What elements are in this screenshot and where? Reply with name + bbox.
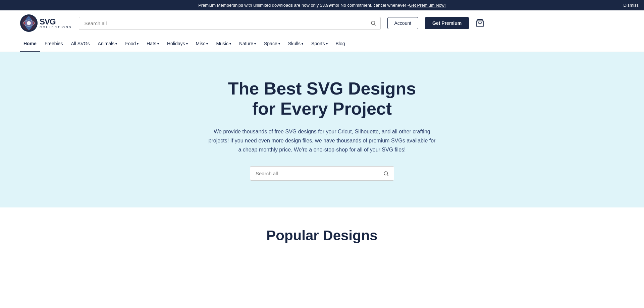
nav-item-hats[interactable]: Hats▾	[143, 36, 162, 52]
header-search-button[interactable]	[366, 17, 381, 30]
nav-item-freebies[interactable]: Freebies	[41, 36, 66, 52]
chevron-down-icon: ▾	[115, 42, 117, 46]
chevron-down-icon: ▾	[278, 42, 280, 46]
chevron-down-icon: ▾	[254, 42, 256, 46]
hero-search-input[interactable]	[250, 167, 378, 180]
chevron-down-icon: ▾	[302, 42, 303, 46]
nav-item-space[interactable]: Space▾	[261, 36, 283, 52]
popular-designs-heading: Popular Designs	[20, 228, 624, 244]
logo-collections-label: COLLECTIONS	[40, 26, 72, 29]
chevron-down-icon: ▾	[157, 42, 159, 46]
nav-item-food[interactable]: Food▾	[122, 36, 142, 52]
chevron-down-icon: ▾	[137, 42, 139, 46]
popular-designs-section: Popular Designs	[0, 207, 644, 250]
announcement-link[interactable]: Get Premium Now!	[409, 3, 446, 8]
svg-point-3	[371, 21, 375, 25]
hero-section: The Best SVG Designs for Every Project W…	[0, 52, 644, 207]
header: SVG COLLECTIONS Account Get Premium	[0, 10, 644, 36]
hero-search-wrapper	[250, 166, 394, 181]
cart-button[interactable]	[476, 19, 484, 27]
nav-item-blog[interactable]: Blog	[332, 36, 348, 52]
chevron-down-icon: ▾	[326, 42, 328, 46]
get-premium-button[interactable]: Get Premium	[425, 17, 469, 29]
nav-item-home[interactable]: Home	[20, 36, 40, 52]
svg-point-6	[384, 172, 388, 175]
cart-icon	[476, 19, 484, 27]
hero-search-button[interactable]	[378, 167, 394, 180]
account-button[interactable]: Account	[387, 17, 419, 29]
logo-text: SVG COLLECTIONS	[40, 18, 72, 29]
header-search-icon	[370, 20, 376, 26]
nav-item-all-svgs[interactable]: All SVGs	[67, 36, 93, 52]
nav-item-music[interactable]: Music▾	[213, 36, 234, 52]
chevron-down-icon: ▾	[229, 42, 231, 46]
announcement-bar: Premium Memberships with unlimited downl…	[0, 0, 644, 10]
hero-heading: The Best SVG Designs for Every Project	[205, 79, 439, 119]
nav-item-holidays[interactable]: Holidays▾	[164, 36, 191, 52]
svg-point-2	[27, 21, 31, 25]
header-search-wrapper	[79, 17, 381, 30]
hero-description: We provide thousands of free SVG designs…	[208, 127, 436, 155]
hero-search-icon	[383, 171, 389, 177]
nav-item-skulls[interactable]: Skulls▾	[285, 36, 307, 52]
dismiss-button[interactable]: Dismiss	[624, 3, 639, 8]
svg-line-4	[374, 24, 375, 25]
svg-line-7	[387, 175, 388, 176]
nav-item-nature[interactable]: Nature▾	[236, 36, 259, 52]
nav-item-animals[interactable]: Animals▾	[94, 36, 120, 52]
main-nav: HomeFreebiesAll SVGsAnimals▾Food▾Hats▾Ho…	[0, 36, 644, 52]
logo-svg-label: SVG	[40, 18, 72, 26]
header-search-input[interactable]	[79, 17, 381, 30]
chevron-down-icon: ▾	[186, 42, 188, 46]
announcement-text: Premium Memberships with unlimited downl…	[198, 3, 409, 8]
logo-icon	[20, 14, 38, 32]
chevron-down-icon: ▾	[206, 42, 208, 46]
logo[interactable]: SVG COLLECTIONS	[20, 14, 72, 32]
nav-item-sports[interactable]: Sports▾	[308, 36, 331, 52]
nav-item-misc[interactable]: Misc▾	[193, 36, 212, 52]
